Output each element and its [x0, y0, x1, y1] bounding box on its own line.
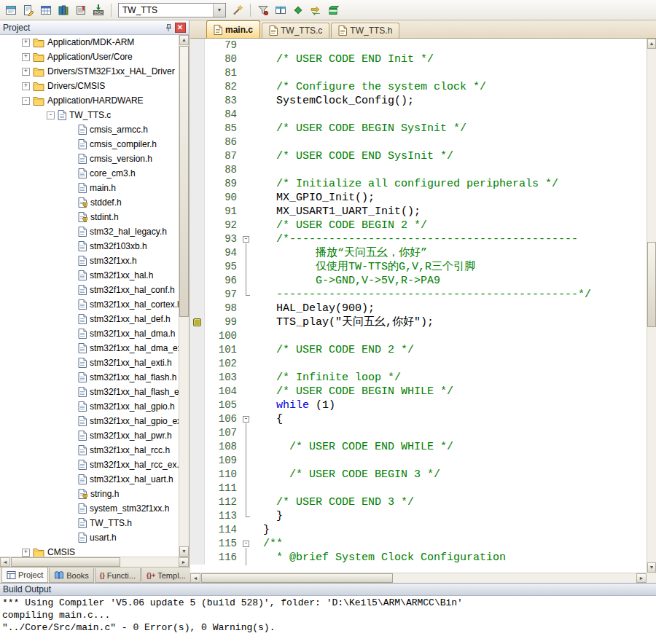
gutter-margin[interactable] — [190, 136, 205, 149]
gutter-margin[interactable] — [190, 398, 205, 412]
file-extensions-button[interactable] — [255, 2, 271, 18]
gutter-margin[interactable] — [190, 108, 205, 122]
fold-column[interactable]: - — [241, 537, 251, 551]
gutter-margin[interactable] — [190, 149, 205, 163]
code-line[interactable]: 82 /* Configure the system clock */ — [190, 80, 647, 94]
code-line[interactable]: 90 MX_GPIO_Init(); — [190, 191, 647, 205]
gutter-margin[interactable] — [190, 177, 205, 191]
close-panel-button[interactable]: ✕ — [174, 22, 186, 33]
code-line[interactable]: 101 /* USER CODE END 2 */ — [190, 343, 647, 357]
tree-item[interactable]: +Application/User/Core — [0, 50, 179, 64]
gutter-margin[interactable] — [190, 357, 205, 371]
document-tab-tw-tts-h[interactable]: TW_TTS.h — [331, 23, 399, 38]
code-line[interactable]: 104 /* USER CODE BEGIN WHILE */ — [190, 385, 647, 398]
gutter-margin[interactable] — [190, 509, 205, 523]
manage-rte-button[interactable] — [290, 2, 306, 18]
tree-item[interactable]: string.h — [0, 487, 179, 501]
tree-item[interactable]: +Application/MDK-ARM — [0, 35, 179, 50]
scrollbar-thumb[interactable] — [201, 573, 393, 583]
editor-vertical-scrollbar[interactable]: ▲ ▼ — [647, 39, 656, 573]
gutter-margin[interactable] — [190, 66, 205, 80]
tree-item[interactable]: cmsis_version.h — [0, 152, 179, 166]
gutter-margin[interactable] — [190, 495, 205, 509]
panel-tab-project[interactable]: Project — [1, 567, 48, 583]
stop-build-button[interactable] — [73, 2, 89, 18]
tree-item[interactable]: +Drivers/STM32F1xx_HAL_Driver — [0, 64, 179, 79]
tree-item[interactable]: stm32f1xx.h — [0, 254, 179, 268]
tree-expander-icon[interactable]: + — [22, 68, 30, 76]
tree-item[interactable]: stm32f103xb.h — [0, 239, 179, 254]
gutter-margin[interactable] — [190, 191, 205, 205]
scrollbar-thumb[interactable] — [11, 557, 120, 567]
code-line[interactable]: 107 — [190, 426, 647, 440]
fold-collapse-icon[interactable]: - — [243, 416, 249, 423]
fold-column[interactable]: - — [241, 412, 251, 426]
gutter-margin[interactable] — [190, 426, 205, 440]
tree-item[interactable]: stm32f1xx_hal_gpio.h — [0, 399, 179, 414]
gutter-margin[interactable] — [190, 523, 205, 537]
build-button[interactable] — [20, 2, 36, 18]
tree-item[interactable]: stm32f1xx_hal.h — [0, 268, 179, 283]
code-line[interactable]: 91 MX_USART1_UART_Init(); — [190, 205, 647, 219]
tree-item[interactable]: stm32f1xx_hal_cortex.h — [0, 297, 179, 312]
tree-item[interactable]: cmsis_armcc.h — [0, 122, 179, 137]
gutter-margin[interactable] — [190, 412, 205, 426]
gutter-margin[interactable] — [190, 468, 205, 482]
panel-tab-functi[interactable]: {}Functi... — [95, 568, 141, 583]
target-select[interactable]: TW_TTS ▼ — [118, 3, 226, 17]
tree-item[interactable]: core_cm3.h — [0, 166, 179, 181]
code-line[interactable]: 115-/** — [190, 537, 647, 551]
tree-item[interactable]: stm32f1xx_hal_exti.h — [0, 356, 179, 370]
gutter-margin[interactable] — [190, 329, 205, 343]
gutter-margin[interactable] — [190, 288, 205, 302]
fold-collapse-icon[interactable]: - — [243, 236, 249, 243]
tree-expander-icon[interactable]: + — [22, 549, 30, 557]
tree-item[interactable]: stm32f1xx_hal_dma_ex.h — [0, 341, 179, 356]
tree-expander-icon[interactable]: + — [22, 39, 30, 47]
tree-expander-icon[interactable]: - — [22, 97, 30, 105]
tree-item[interactable]: stm32f1xx_hal_rcc_ex.h — [0, 458, 179, 472]
pin-button[interactable] — [163, 22, 174, 33]
scrollbar-thumb[interactable] — [647, 242, 656, 327]
code-line[interactable]: 103 /* Infinite loop */ — [190, 371, 647, 385]
tree-item[interactable]: stm32_hal_legacy.h — [0, 224, 179, 239]
code-area[interactable]: 7980 /* USER CODE END Init */8182 /* Con… — [190, 39, 647, 573]
code-line[interactable]: 93- /*----------------------------------… — [190, 232, 647, 246]
gutter-margin[interactable] — [190, 302, 205, 315]
gutter-margin[interactable] — [190, 343, 205, 357]
download-to-flash-button[interactable]: LOAD — [90, 2, 106, 18]
rebuild-button[interactable] — [38, 2, 54, 18]
tree-item[interactable]: stdint.h — [0, 210, 179, 224]
tree-item[interactable]: stm32f1xx_hal_def.h — [0, 312, 179, 326]
document-tab-main-c[interactable]: main.c — [206, 20, 260, 38]
code-line[interactable]: 111 — [190, 482, 647, 495]
translate-file-button[interactable] — [3, 2, 19, 18]
code-line[interactable]: 84 — [190, 108, 647, 122]
scroll-left-icon[interactable]: ◄ — [190, 573, 200, 583]
editor-horizontal-scrollbar[interactable]: ◄ ► — [190, 573, 647, 583]
pack-installer-button[interactable] — [325, 2, 341, 18]
gutter-margin[interactable] — [190, 440, 205, 454]
gutter-margin[interactable] — [190, 385, 205, 398]
code-line[interactable]: 95 仅使用TW-TTS的G,V,R三个引脚 — [190, 260, 647, 274]
code-line[interactable]: 81 — [190, 66, 647, 80]
scroll-up-icon[interactable]: ▲ — [647, 39, 656, 49]
gutter-margin[interactable] — [190, 52, 205, 66]
code-line[interactable]: 87 /* USER CODE END SysInit */ — [190, 149, 647, 163]
tree-vertical-scrollbar[interactable]: ▲ ▼ — [179, 35, 189, 557]
gutter-margin[interactable] — [190, 551, 205, 565]
code-line[interactable]: 96 G->GND,V->5V,R->PA9 — [190, 274, 647, 288]
gutter-margin[interactable] — [190, 219, 205, 232]
code-line[interactable]: 116 * @brief System Clock Configuration — [190, 551, 647, 565]
code-line[interactable]: 86 — [190, 136, 647, 149]
code-line[interactable]: 80 /* USER CODE END Init */ — [190, 52, 647, 66]
fold-collapse-icon[interactable]: - — [243, 541, 249, 547]
code-line[interactable]: 94 播放“天问五幺，你好” — [190, 246, 647, 260]
code-line[interactable]: 106- { — [190, 412, 647, 426]
multi-project-button[interactable] — [273, 2, 289, 18]
tree-item[interactable]: cmsis_compiler.h — [0, 137, 179, 152]
scroll-up-icon[interactable]: ▲ — [179, 35, 189, 45]
tree-item[interactable]: stm32f1xx_hal_pwr.h — [0, 428, 179, 443]
code-line[interactable]: 97 -------------------------------------… — [190, 288, 647, 302]
code-line[interactable]: 102 — [190, 357, 647, 371]
